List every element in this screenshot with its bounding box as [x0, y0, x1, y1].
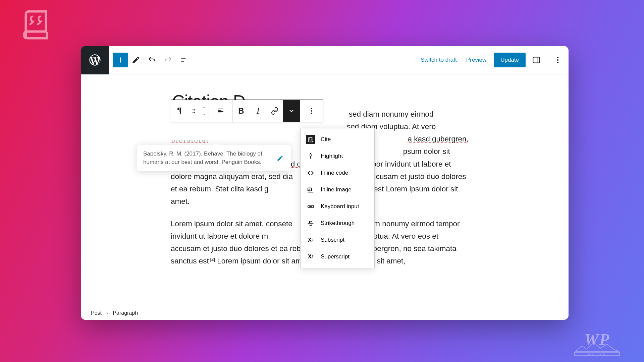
editor-window: Switch to draft Preview Update Citation … — [81, 46, 569, 320]
svg-text:munich: munich — [588, 352, 607, 356]
cite-plugin-logo-icon — [21, 8, 54, 38]
wordpress-logo-icon[interactable] — [81, 46, 109, 74]
dropdown-keyboard-input[interactable]: Keyboard input — [301, 198, 374, 215]
svg-point-14 — [311, 108, 312, 109]
svg-point-18 — [309, 189, 310, 189]
options-menu-icon[interactable] — [550, 52, 566, 68]
dropdown-inline-image[interactable]: Inline image — [301, 181, 374, 198]
breadcrumb-post[interactable]: Post — [91, 310, 102, 316]
strikethrough-icon — [306, 219, 315, 228]
more-formats-chevron-icon[interactable] — [283, 100, 300, 122]
dropdown-strikethrough[interactable]: Strikethrough — [301, 215, 374, 232]
paragraph-block-icon[interactable] — [171, 100, 188, 122]
svg-point-6 — [557, 59, 558, 61]
dropdown-label: Inline image — [321, 186, 352, 193]
sidebar-toggle-icon[interactable] — [528, 52, 544, 68]
dropdown-label: Superscript — [321, 253, 350, 260]
update-button[interactable]: Update — [494, 53, 526, 67]
dropdown-label: Inline code — [321, 170, 348, 176]
svg-point-11 — [194, 111, 195, 112]
cite-icon — [306, 135, 315, 144]
switch-to-draft-link[interactable]: Switch to draft — [416, 57, 462, 63]
svg-point-10 — [193, 111, 194, 112]
dropdown-label: Highlight — [321, 153, 343, 160]
link-icon[interactable] — [266, 100, 283, 122]
dropdown-highlight[interactable]: Highlight — [301, 148, 374, 165]
content-area: Citation D… Lorem ipsum dolor sit amet [… — [81, 74, 569, 312]
citation-text: Sapolsky, R. M. (2017). Behave: The biol… — [143, 150, 271, 166]
svg-point-9 — [194, 109, 195, 110]
editor-topbar: Switch to draft Preview Update — [81, 46, 569, 74]
code-icon — [306, 168, 315, 178]
wp-munich-watermark: WP munich — [572, 331, 622, 356]
block-toolbar: ⌃⌄ B I — [171, 100, 323, 122]
svg-point-13 — [194, 112, 195, 113]
svg-rect-3 — [533, 57, 540, 63]
dropdown-label: Cite — [321, 136, 331, 143]
svg-point-15 — [311, 110, 312, 112]
svg-point-8 — [193, 109, 194, 110]
breadcrumb-paragraph[interactable]: Paragraph — [113, 310, 138, 316]
bold-button[interactable]: B — [233, 100, 250, 122]
dropdown-subscript[interactable]: X2 Subscript — [301, 232, 374, 248]
add-block-button[interactable] — [113, 53, 128, 67]
move-up-down-icon[interactable]: ⌃⌄ — [200, 100, 209, 122]
citation-popover: Sapolsky, R. M. (2017). Behave: The biol… — [137, 145, 291, 171]
svg-point-12 — [193, 112, 194, 113]
format-dropdown: Cite Highlight Inline code — [300, 128, 375, 268]
highlight-icon — [306, 152, 315, 161]
preview-link[interactable]: Preview — [462, 57, 491, 63]
align-left-icon[interactable] — [209, 100, 232, 122]
subscript-icon: X2 — [306, 235, 315, 245]
undo-icon[interactable] — [144, 52, 160, 68]
document-overview-icon[interactable] — [176, 52, 192, 68]
breadcrumb-separator-icon: › — [106, 310, 108, 316]
block-options-icon[interactable] — [300, 100, 323, 122]
breadcrumb-bar: Post › Paragraph — [81, 306, 569, 320]
dropdown-superscript[interactable]: X2 Superscript — [301, 248, 374, 265]
superscript-icon: X2 — [306, 252, 315, 261]
citation-ref-2[interactable]: [2] — [209, 257, 215, 262]
svg-point-7 — [557, 62, 558, 63]
dropdown-label: Keyboard input — [321, 203, 359, 210]
svg-point-5 — [557, 57, 558, 58]
dropdown-inline-code[interactable]: Inline code — [301, 165, 374, 181]
dropdown-label: Subscript — [321, 237, 344, 243]
svg-point-16 — [311, 113, 312, 114]
keyboard-icon — [306, 202, 315, 211]
edit-tools-icon[interactable] — [128, 52, 144, 68]
edit-citation-icon[interactable] — [275, 154, 285, 163]
dropdown-label: Strikethrough — [321, 220, 355, 227]
redo-icon — [160, 52, 176, 68]
italic-button[interactable]: I — [250, 100, 266, 122]
drag-handle-icon[interactable] — [188, 100, 200, 122]
dropdown-cite[interactable]: Cite — [301, 131, 374, 148]
image-icon — [306, 185, 315, 194]
